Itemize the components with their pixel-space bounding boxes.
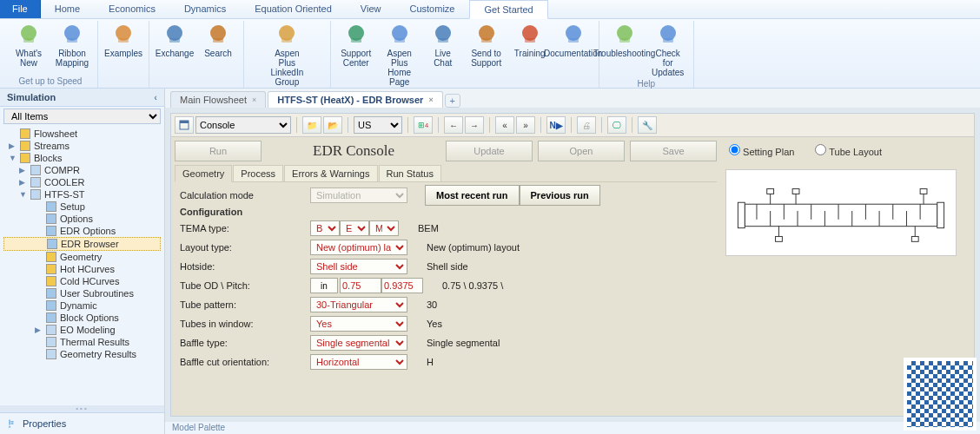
ribbon-aspen-plus-linkedin-group[interactable]: Aspen Plus LinkedIn Group [267, 21, 307, 89]
toolbar-console-combo[interactable]: Console [195, 116, 291, 134]
most-recent-run-button[interactable]: Most recent run [425, 185, 520, 206]
menu-tab-customize[interactable]: Customize [396, 0, 470, 18]
cfg-dropdown[interactable]: Single segmental [310, 335, 407, 351]
edr-browser-pane: Console 📁 📂 US ⊞4 ← → « » N▶ 🖨 🖵 [170, 113, 975, 417]
toolbar-wrench-icon[interactable]: 🔧 [638, 116, 657, 134]
svg-rect-34 [767, 189, 774, 194]
save-button[interactable]: Save [630, 141, 717, 161]
properties-panel-button[interactable]: Properties [0, 412, 164, 434]
cfg-dropdown[interactable]: Yes [310, 316, 407, 332]
close-icon[interactable]: × [428, 95, 433, 104]
tree-htfs-st[interactable]: ▼HTFS-ST [3, 188, 161, 201]
close-icon[interactable]: × [252, 95, 256, 104]
tree-thermal-results[interactable]: Thermal Results [3, 336, 161, 348]
tree-eo-modeling[interactable]: ▶EO Modeling [3, 324, 161, 336]
tema-e[interactable]: E ▾ [340, 220, 369, 236]
doctab-htfs-st-heatx-edr-browser[interactable]: HTFS-ST (HeatX) - EDR Browser× [268, 91, 442, 108]
properties-label: Properties [23, 418, 66, 429]
unit-input[interactable] [310, 278, 338, 293]
ribbon-documentation[interactable]: Documentation [553, 21, 593, 89]
toolbar-next-icon[interactable]: N▶ [546, 116, 566, 134]
svg-rect-21 [525, 38, 535, 43]
toolbar-back-icon[interactable]: ← [444, 116, 463, 134]
tree-flowsheet[interactable]: Flowsheet [3, 128, 161, 140]
tree-cold-hcurves[interactable]: Cold HCurves [3, 275, 161, 287]
ribbon-exchange[interactable]: Exchange [155, 21, 195, 60]
ribbon-what-s-new[interactable]: What's New [9, 21, 49, 69]
tree-block-options[interactable]: Block Options [3, 312, 161, 324]
ribbon-ribbon-mapping[interactable]: Ribbon Mapping [52, 21, 92, 69]
add-tab-button[interactable]: + [445, 94, 460, 108]
run-button[interactable]: Run [175, 141, 262, 161]
menu-tab-view[interactable]: View [347, 0, 396, 18]
toolbar-folder-up-icon[interactable]: 📁 [302, 116, 321, 134]
tree-user-subroutines[interactable]: User Subroutines [3, 287, 161, 299]
tree-geometry[interactable]: Geometry [3, 251, 161, 263]
tree-cooler[interactable]: ▶COOLER [3, 176, 161, 188]
sidebar-splitter[interactable]: ••• [0, 405, 164, 412]
svg-rect-42 [911, 236, 918, 241]
tree-hot-hcurves[interactable]: Hot HCurves [3, 263, 161, 275]
ribbon-support-center[interactable]: Support Center [336, 21, 376, 89]
menu-tab-equation-oriented[interactable]: Equation Oriented [241, 0, 347, 18]
tree-setup[interactable]: Setup [3, 201, 161, 213]
toolbar-forward-icon[interactable]: → [465, 116, 484, 134]
menu-file[interactable]: File [0, 0, 41, 18]
svg-rect-32 [937, 202, 944, 227]
cfg-dropdown[interactable]: 30-Triangular [310, 297, 407, 312]
cfg-dropdown[interactable]: Horizontal [310, 354, 407, 370]
toolbar-units-combo[interactable]: US [354, 116, 402, 134]
open-button[interactable]: Open [538, 141, 625, 161]
toolbar-print-icon[interactable]: 🖨 [577, 116, 596, 134]
sidebar-collapse-icon[interactable]: ‹ [154, 92, 157, 102]
menu-tab-get-started[interactable]: Get Started [469, 0, 547, 19]
tree-edr-options[interactable]: EDR Options [3, 225, 161, 237]
svg-rect-13 [351, 38, 361, 43]
tree-compr[interactable]: ▶COMPR [3, 164, 161, 176]
ribbon-live-chat[interactable]: Live Chat [423, 21, 463, 89]
ribbon-check-for-updates[interactable]: Check for Updates [648, 21, 688, 79]
cfg-dropdown[interactable]: Shell side [310, 259, 407, 274]
subtab-errors-warnings[interactable]: Errors & Warnings [284, 165, 377, 181]
toolbar-folder-tree-icon[interactable]: 📂 [323, 116, 342, 134]
cfg-dropdown[interactable]: New (optimum) layout [310, 240, 407, 255]
tree-options[interactable]: Options [3, 213, 161, 225]
ribbon-troubleshooting[interactable]: Troubleshooting [605, 21, 645, 79]
console-title: EDR Console [267, 142, 440, 160]
subtab-geometry[interactable]: Geometry [175, 165, 232, 182]
doctab-main-flowsheet[interactable]: Main Flowsheet× [170, 91, 266, 108]
tube-od-input[interactable] [340, 278, 381, 293]
row-label: TEMA type: [180, 223, 310, 233]
tema-m[interactable]: M ▾ [369, 220, 399, 236]
update-button[interactable]: Update [446, 141, 533, 161]
menu-tab-home[interactable]: Home [41, 0, 95, 18]
ribbon-examples[interactable]: Examples [103, 21, 143, 60]
setting-plan-radio[interactable]: Setting Plan [729, 144, 794, 157]
ribbon-aspen-plus-home-page[interactable]: Aspen Plus Home Page [380, 21, 420, 89]
svg-rect-29 [180, 121, 189, 123]
tema-b[interactable]: B ▾ [310, 220, 340, 236]
row-result: BEM [418, 223, 439, 233]
ribbon-send-to-support[interactable]: Send to Support [467, 21, 507, 89]
tree-streams[interactable]: ▶Streams [3, 140, 161, 152]
menu-tab-dynamics[interactable]: Dynamics [170, 0, 241, 18]
tree-edr-browser[interactable]: EDR Browser [3, 237, 161, 251]
toolbar-monitor-icon[interactable]: 🖵 [607, 116, 626, 134]
subtab-run-status[interactable]: Run Status [379, 165, 441, 181]
tube-pitch-input[interactable] [381, 278, 423, 293]
qr-code [904, 358, 977, 431]
sidebar-filter-dropdown[interactable]: All Items [3, 108, 161, 124]
ribbon-search[interactable]: Search [198, 21, 238, 60]
tree-dynamic[interactable]: Dynamic [3, 299, 161, 312]
previous-run-button[interactable]: Previous run [520, 185, 600, 206]
tube-layout-radio[interactable]: Tube Layout [815, 144, 882, 157]
toolbar-grid-num-icon[interactable]: ⊞4 [414, 116, 433, 134]
toolbar-grid-icon[interactable] [175, 116, 194, 134]
tree-blocks[interactable]: ▼Blocks [3, 152, 161, 164]
subtab-process[interactable]: Process [233, 165, 283, 181]
menu-tab-economics[interactable]: Economics [95, 0, 170, 18]
toolbar-first-icon[interactable]: « [495, 116, 514, 134]
svg-rect-11 [281, 38, 292, 43]
toolbar-last-icon[interactable]: » [516, 116, 535, 134]
tree-geometry-results[interactable]: Geometry Results [3, 348, 161, 360]
